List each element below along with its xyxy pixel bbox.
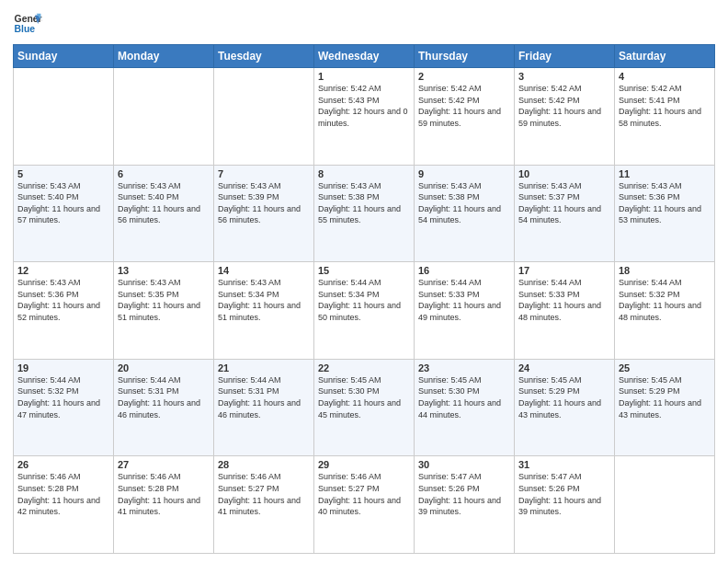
day-info: Sunrise: 5:42 AMSunset: 5:42 PMDaylight:… — [418, 83, 510, 129]
header: General Blue — [13, 9, 715, 39]
day-number: 8 — [318, 168, 410, 179]
day-number: 2 — [418, 71, 510, 82]
day-info: Sunrise: 5:44 AMSunset: 5:33 PMDaylight:… — [518, 277, 610, 323]
calendar-cell — [615, 456, 715, 554]
calendar-cell: 26Sunrise: 5:46 AMSunset: 5:28 PMDayligh… — [14, 456, 114, 554]
day-number: 1 — [318, 71, 410, 82]
calendar-cell — [14, 68, 114, 166]
day-info: Sunrise: 5:43 AMSunset: 5:37 PMDaylight:… — [518, 180, 610, 226]
day-info: Sunrise: 5:43 AMSunset: 5:34 PMDaylight:… — [218, 277, 310, 323]
day-info: Sunrise: 5:42 AMSunset: 5:43 PMDaylight:… — [318, 83, 410, 129]
weekday-header-friday: Friday — [515, 45, 615, 68]
day-info: Sunrise: 5:46 AMSunset: 5:28 PMDaylight:… — [17, 471, 109, 517]
day-info: Sunrise: 5:46 AMSunset: 5:28 PMDaylight:… — [118, 471, 210, 517]
day-number: 18 — [619, 265, 711, 276]
day-info: Sunrise: 5:45 AMSunset: 5:29 PMDaylight:… — [619, 374, 711, 420]
calendar-cell: 9Sunrise: 5:43 AMSunset: 5:38 PMDaylight… — [415, 165, 515, 262]
day-number: 14 — [218, 265, 310, 276]
day-info: Sunrise: 5:44 AMSunset: 5:32 PMDaylight:… — [17, 374, 109, 420]
day-number: 4 — [619, 71, 711, 82]
day-info: Sunrise: 5:46 AMSunset: 5:27 PMDaylight:… — [218, 471, 310, 517]
day-info: Sunrise: 5:43 AMSunset: 5:36 PMDaylight:… — [17, 277, 109, 323]
calendar-cell: 2Sunrise: 5:42 AMSunset: 5:42 PMDaylight… — [415, 68, 515, 166]
day-number: 20 — [118, 362, 210, 373]
day-number: 7 — [218, 168, 310, 179]
weekday-header-monday: Monday — [114, 45, 214, 68]
calendar-cell: 20Sunrise: 5:44 AMSunset: 5:31 PMDayligh… — [114, 359, 214, 456]
day-info: Sunrise: 5:44 AMSunset: 5:34 PMDaylight:… — [318, 277, 410, 323]
week-row-1: 1Sunrise: 5:42 AMSunset: 5:43 PMDaylight… — [14, 68, 715, 166]
day-number: 21 — [218, 362, 310, 373]
day-info: Sunrise: 5:43 AMSunset: 5:35 PMDaylight:… — [118, 277, 210, 323]
calendar-table: SundayMondayTuesdayWednesdayThursdayFrid… — [13, 44, 715, 554]
day-info: Sunrise: 5:43 AMSunset: 5:40 PMDaylight:… — [118, 180, 210, 226]
calendar-cell: 12Sunrise: 5:43 AMSunset: 5:36 PMDayligh… — [14, 262, 114, 360]
day-number: 22 — [318, 362, 410, 373]
day-number: 15 — [318, 265, 410, 276]
day-info: Sunrise: 5:43 AMSunset: 5:38 PMDaylight:… — [318, 180, 410, 226]
day-number: 13 — [118, 265, 210, 276]
day-number: 24 — [518, 362, 610, 373]
calendar-cell: 6Sunrise: 5:43 AMSunset: 5:40 PMDaylight… — [114, 165, 214, 262]
day-number: 26 — [17, 459, 109, 470]
day-info: Sunrise: 5:44 AMSunset: 5:31 PMDaylight:… — [218, 374, 310, 420]
day-info: Sunrise: 5:47 AMSunset: 5:26 PMDaylight:… — [518, 471, 610, 517]
calendar-cell — [114, 68, 214, 166]
logo: General Blue — [13, 9, 42, 39]
weekday-header-tuesday: Tuesday — [214, 45, 314, 68]
week-row-4: 19Sunrise: 5:44 AMSunset: 5:32 PMDayligh… — [14, 359, 715, 456]
weekday-header-row: SundayMondayTuesdayWednesdayThursdayFrid… — [14, 45, 715, 68]
calendar-cell: 15Sunrise: 5:44 AMSunset: 5:34 PMDayligh… — [314, 262, 415, 360]
calendar-cell: 10Sunrise: 5:43 AMSunset: 5:37 PMDayligh… — [515, 165, 615, 262]
weekday-header-sunday: Sunday — [14, 45, 114, 68]
day-info: Sunrise: 5:47 AMSunset: 5:26 PMDaylight:… — [418, 471, 510, 517]
day-info: Sunrise: 5:43 AMSunset: 5:39 PMDaylight:… — [218, 180, 310, 226]
day-info: Sunrise: 5:42 AMSunset: 5:41 PMDaylight:… — [619, 83, 711, 129]
day-number: 23 — [418, 362, 510, 373]
calendar-cell: 17Sunrise: 5:44 AMSunset: 5:33 PMDayligh… — [515, 262, 615, 360]
calendar-cell: 22Sunrise: 5:45 AMSunset: 5:30 PMDayligh… — [314, 359, 415, 456]
day-number: 6 — [118, 168, 210, 179]
day-info: Sunrise: 5:43 AMSunset: 5:40 PMDaylight:… — [17, 180, 109, 226]
calendar-cell — [214, 68, 314, 166]
weekday-header-thursday: Thursday — [415, 45, 515, 68]
calendar-cell: 27Sunrise: 5:46 AMSunset: 5:28 PMDayligh… — [114, 456, 214, 554]
calendar-cell: 7Sunrise: 5:43 AMSunset: 5:39 PMDaylight… — [214, 165, 314, 262]
weekday-header-wednesday: Wednesday — [314, 45, 415, 68]
day-number: 17 — [518, 265, 610, 276]
calendar-cell: 18Sunrise: 5:44 AMSunset: 5:32 PMDayligh… — [615, 262, 715, 360]
day-number: 11 — [619, 168, 711, 179]
week-row-5: 26Sunrise: 5:46 AMSunset: 5:28 PMDayligh… — [14, 456, 715, 554]
day-info: Sunrise: 5:45 AMSunset: 5:29 PMDaylight:… — [518, 374, 610, 420]
day-number: 9 — [418, 168, 510, 179]
day-info: Sunrise: 5:43 AMSunset: 5:38 PMDaylight:… — [418, 180, 510, 226]
calendar-cell: 21Sunrise: 5:44 AMSunset: 5:31 PMDayligh… — [214, 359, 314, 456]
calendar-cell: 16Sunrise: 5:44 AMSunset: 5:33 PMDayligh… — [415, 262, 515, 360]
day-info: Sunrise: 5:43 AMSunset: 5:36 PMDaylight:… — [619, 180, 711, 226]
day-number: 10 — [518, 168, 610, 179]
calendar-cell: 5Sunrise: 5:43 AMSunset: 5:40 PMDaylight… — [14, 165, 114, 262]
day-number: 5 — [17, 168, 109, 179]
calendar-cell: 29Sunrise: 5:46 AMSunset: 5:27 PMDayligh… — [314, 456, 415, 554]
calendar-cell: 8Sunrise: 5:43 AMSunset: 5:38 PMDaylight… — [314, 165, 415, 262]
day-number: 12 — [17, 265, 109, 276]
day-number: 31 — [518, 459, 610, 470]
day-number: 30 — [418, 459, 510, 470]
calendar-cell: 31Sunrise: 5:47 AMSunset: 5:26 PMDayligh… — [515, 456, 615, 554]
day-info: Sunrise: 5:46 AMSunset: 5:27 PMDaylight:… — [318, 471, 410, 517]
day-info: Sunrise: 5:45 AMSunset: 5:30 PMDaylight:… — [418, 374, 510, 420]
calendar-cell: 4Sunrise: 5:42 AMSunset: 5:41 PMDaylight… — [615, 68, 715, 166]
calendar-cell: 1Sunrise: 5:42 AMSunset: 5:43 PMDaylight… — [314, 68, 415, 166]
calendar-cell: 13Sunrise: 5:43 AMSunset: 5:35 PMDayligh… — [114, 262, 214, 360]
logo-icon: General Blue — [13, 9, 42, 39]
week-row-2: 5Sunrise: 5:43 AMSunset: 5:40 PMDaylight… — [14, 165, 715, 262]
page: General Blue SundayMondayTuesdayWednesda… — [0, 0, 728, 563]
day-number: 3 — [518, 71, 610, 82]
day-number: 19 — [17, 362, 109, 373]
weekday-header-saturday: Saturday — [615, 45, 715, 68]
day-info: Sunrise: 5:45 AMSunset: 5:30 PMDaylight:… — [318, 374, 410, 420]
calendar-cell: 30Sunrise: 5:47 AMSunset: 5:26 PMDayligh… — [415, 456, 515, 554]
calendar-cell: 25Sunrise: 5:45 AMSunset: 5:29 PMDayligh… — [615, 359, 715, 456]
calendar-cell: 24Sunrise: 5:45 AMSunset: 5:29 PMDayligh… — [515, 359, 615, 456]
day-number: 16 — [418, 265, 510, 276]
